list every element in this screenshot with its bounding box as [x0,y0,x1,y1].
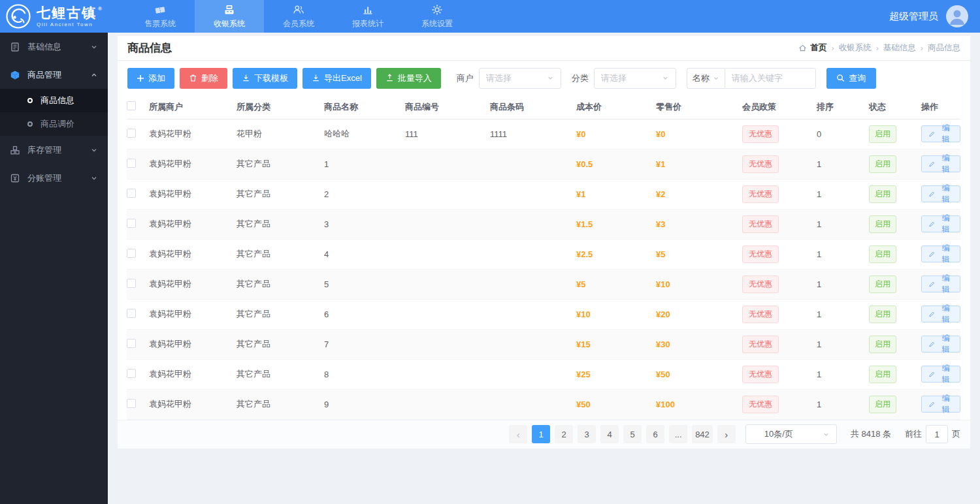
export-excel-button[interactable]: 导出Excel [302,68,371,89]
page-number-button[interactable]: ... [669,425,687,443]
download-icon [312,74,320,82]
page-size-select[interactable]: 10条/页 [745,424,837,444]
row-checkbox[interactable] [127,339,136,348]
edit-button[interactable]: 编辑 [921,185,960,202]
page-number-button[interactable]: 1 [532,425,550,443]
pencil-icon [928,161,935,168]
cell-cost-price: ¥0 [576,119,656,149]
col-barcode: 商品条码 [490,95,576,119]
nav-tab-members[interactable]: 会员系统 [264,0,333,33]
row-checkbox[interactable] [127,399,136,408]
category-select[interactable]: 请选择 [594,68,676,89]
breadcrumb-item[interactable]: 收银系统 [839,42,872,54]
edit-button[interactable]: 编辑 [921,366,960,383]
policy-badge: 无优惠 [742,215,779,233]
table-header: 所属商户 所属分类 商品名称 商品编号 商品条码 成本价 零售价 会员政策 排序… [127,95,960,119]
batch-import-button[interactable]: 批量导入 [376,68,441,89]
cell-barcode [490,389,576,419]
brand-name: 七鲤古镇® [37,6,103,20]
sidebar-item-ledger[interactable]: 分账管理 [0,164,108,192]
chevron-down-icon [547,74,554,82]
goto-page-input[interactable] [926,425,948,443]
cell-sort: 1 [817,179,869,209]
keyword-field-select[interactable]: 名称 [687,68,725,89]
page-number-button[interactable]: 3 [578,425,596,443]
brand-logo[interactable]: 七鲤古镇® Qili Ancient Town [0,0,125,33]
ticket-icon [154,4,166,16]
nav-tab-ticketing[interactable]: 售票系统 [125,0,195,33]
row-checkbox[interactable] [127,369,136,378]
cell-barcode [490,239,576,269]
edit-button[interactable]: 编辑 [921,155,960,172]
page-number-button[interactable]: 842 [692,425,713,443]
edit-button[interactable]: 编辑 [921,215,960,232]
row-checkbox[interactable] [127,189,136,198]
prev-page-button[interactable]: ‹ [509,425,527,443]
breadcrumb-item[interactable]: 基础信息 [883,42,916,54]
sidebar-subitem-product-info[interactable]: 商品信息 [0,89,108,112]
sidebar-item-inventory[interactable]: 库存管理 [0,136,108,164]
sidebar-subitem-label: 商品信息 [41,95,74,106]
row-checkbox[interactable] [127,309,136,318]
search-button[interactable]: 查询 [826,68,876,89]
page-number-button[interactable]: 4 [600,425,619,443]
cell-barcode [490,269,576,299]
nav-tab-cashier[interactable]: 收银系统 [195,0,264,33]
cell-code [405,389,490,419]
page-number-button[interactable]: 6 [646,425,664,443]
sidebar-item-product-management[interactable]: 商品管理 [0,61,108,89]
cell-sort: 1 [817,239,869,269]
row-checkbox[interactable] [127,249,136,258]
status-badge: 启用 [869,366,896,383]
merchant-select[interactable]: 请选择 [479,68,561,89]
keyword-input[interactable] [725,68,816,89]
breadcrumb-separator: › [921,44,923,53]
delete-button[interactable]: 删除 [180,68,227,89]
row-checkbox[interactable] [127,279,136,288]
nav-tab-reports[interactable]: 报表统计 [333,0,402,33]
page-size-value: 10条/页 [764,428,793,440]
cell-sort: 1 [817,389,869,419]
breadcrumb-home[interactable]: 首页 [798,42,826,54]
col-merchant: 所属商户 [149,95,237,119]
cell-cost-price: ¥50 [576,389,656,419]
cell-category: 其它产品 [237,359,324,389]
sidebar-subitem-product-pricing[interactable]: 商品调价 [0,112,108,136]
user-avatar[interactable] [946,5,968,27]
edit-button[interactable]: 编辑 [921,125,960,142]
cell-name: 1 [324,149,405,179]
table-row: 袁妈花甲粉 其它产品 2 ¥1 ¥2 无优惠 1 启用 编辑 [127,179,960,209]
page-number-button[interactable]: 2 [555,425,573,443]
cell-sort: 1 [817,299,869,329]
cell-code [405,359,490,389]
brand-seal: ® [98,7,103,12]
product-table: 所属商户 所属分类 商品名称 商品编号 商品条码 成本价 零售价 会员政策 排序… [127,95,960,420]
sidebar-item-basic-info[interactable]: 基础信息 [0,33,108,61]
nav-tab-label: 报表统计 [352,18,384,29]
policy-badge: 无优惠 [742,155,779,173]
user-name[interactable]: 超级管理员 [889,10,938,23]
cell-retail-price: ¥2 [656,179,742,209]
keyword-field-label: 名称 [693,72,710,84]
table-row: 袁妈花甲粉 其它产品 1 ¥0.5 ¥1 无优惠 1 启用 编辑 [127,149,960,179]
chevron-down-icon [90,146,98,154]
edit-button[interactable]: 编辑 [921,276,960,292]
row-checkbox[interactable] [127,219,136,228]
nav-tab-settings[interactable]: 系统设置 [402,0,472,33]
row-checkbox[interactable] [127,159,136,168]
edit-button[interactable]: 编辑 [921,336,960,353]
status-badge: 启用 [869,276,896,293]
next-page-button[interactable]: › [717,425,736,443]
cell-retail-price: ¥10 [656,269,742,299]
chevron-down-icon [662,74,669,82]
edit-button[interactable]: 编辑 [921,245,960,262]
edit-button[interactable]: 编辑 [921,396,960,413]
download-template-button[interactable]: 下载模板 [233,68,297,89]
add-button[interactable]: 添加 [127,68,174,89]
select-all-checkbox[interactable] [127,101,136,110]
cell-cost-price: ¥5 [576,269,656,299]
nav-tab-label: 收银系统 [214,18,245,29]
edit-button[interactable]: 编辑 [921,306,960,323]
row-checkbox[interactable] [127,129,136,138]
page-number-button[interactable]: 5 [623,425,642,443]
